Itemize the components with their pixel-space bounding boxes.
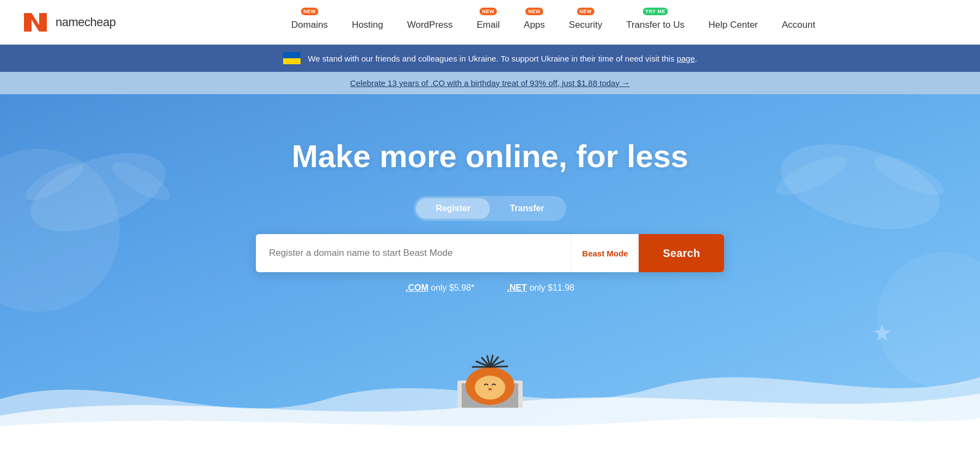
domain-search-input[interactable] <box>256 234 571 272</box>
email-badge: NEW <box>480 8 498 15</box>
nav-item-transfer[interactable]: TRY ME Transfer to Us <box>614 0 696 45</box>
security-badge: NEW <box>577 8 595 15</box>
ukraine-flag-icon <box>283 52 301 64</box>
com-price-link[interactable]: .COM only $5.98* <box>406 283 474 293</box>
logo-icon <box>22 11 50 34</box>
nav-item-account[interactable]: Account <box>770 0 827 45</box>
com-price: only $5.98* <box>431 283 474 292</box>
domains-badge: NEW <box>301 8 318 15</box>
svg-point-21 <box>475 376 505 400</box>
nav-label-account: Account <box>782 20 815 30</box>
nav-label-email: Email <box>477 20 500 30</box>
search-button[interactable]: Search <box>639 234 724 272</box>
beast-mode-button[interactable]: Beast Mode <box>571 234 639 272</box>
hedgehog-icon <box>441 332 539 408</box>
svg-point-22 <box>488 388 492 390</box>
nav-item-apps[interactable]: NEW Apps <box>512 0 557 45</box>
starfish-icon <box>871 323 893 345</box>
nav-item-help[interactable]: Help Center <box>696 0 770 45</box>
nav-item-security[interactable]: NEW Security <box>557 0 614 45</box>
nav-label-apps: Apps <box>524 20 545 30</box>
nav-label-hosting: Hosting <box>352 20 383 30</box>
svg-rect-0 <box>283 52 301 58</box>
ukraine-banner: We stand with our friends and colleagues… <box>0 45 980 72</box>
hedgehog-mascot <box>441 332 539 410</box>
transfer-badge: TRY ME <box>642 8 668 15</box>
price-hints: .COM only $5.98* .NET only $11.98 <box>406 283 574 293</box>
ukraine-page-link[interactable]: page <box>677 54 695 63</box>
hero-content: Make more online, for less Register Tran… <box>0 138 980 293</box>
net-price: only $11.98 <box>529 283 574 292</box>
svg-line-20 <box>490 366 507 367</box>
logo-text: namecheap <box>56 15 115 29</box>
net-price-link[interactable]: .NET only $11.98 <box>507 283 574 293</box>
nav-label-wordpress: WordPress <box>407 20 453 30</box>
nav-item-email[interactable]: NEW Email <box>465 0 512 45</box>
logo-area[interactable]: namecheap <box>22 11 115 34</box>
domain-search-bar: Beast Mode Search <box>256 234 724 272</box>
apps-badge: NEW <box>525 8 543 15</box>
tab-register[interactable]: Register <box>416 198 490 219</box>
hero-section: Make more online, for less Register Tran… <box>0 94 980 443</box>
tab-transfer[interactable]: Transfer <box>490 198 564 219</box>
nav-item-domains[interactable]: NEW Domains <box>279 0 340 45</box>
promo-link[interactable]: Celebrate 13 years of .CO with a birthda… <box>350 78 630 88</box>
hero-title: Make more online, for less <box>292 138 688 174</box>
svg-marker-8 <box>873 324 891 341</box>
nav-label-help: Help Center <box>708 20 758 30</box>
nav-label-security: Security <box>569 20 602 30</box>
svg-rect-1 <box>283 58 301 64</box>
nav-item-wordpress[interactable]: WordPress <box>395 0 465 45</box>
nav-label-domains: Domains <box>291 20 328 30</box>
domain-tabs: Register Transfer <box>414 196 566 221</box>
nav-label-transfer: Transfer to Us <box>626 20 684 30</box>
ukraine-text: We stand with our friends and colleagues… <box>308 54 697 63</box>
header: namecheap NEW Domains Hosting WordPress … <box>0 0 980 45</box>
nav-item-hosting[interactable]: Hosting <box>340 0 395 45</box>
main-nav: NEW Domains Hosting WordPress NEW Email … <box>148 0 958 45</box>
promo-banner: Celebrate 13 years of .CO with a birthda… <box>0 72 980 94</box>
